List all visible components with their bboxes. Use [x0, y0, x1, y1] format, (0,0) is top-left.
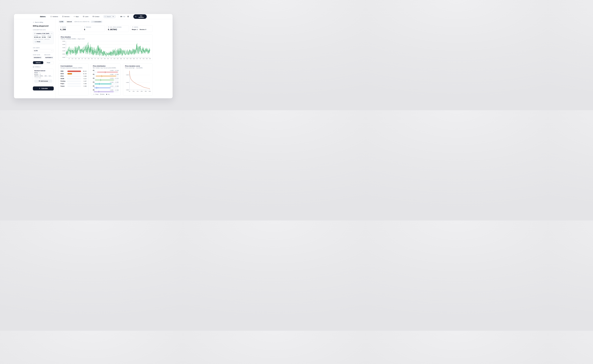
- price-timeline-chart[interactable]: 0.25000.20000.15000.10000.05000.00001/71…: [61, 40, 151, 60]
- stat-card-avg-price-kwh-: AVG. PRICE (€/KWH)0.067042: [106, 25, 129, 32]
- formula-line: DESVIOS = 0: [34, 74, 52, 75]
- mail-icon: [135, 16, 136, 17]
- consumption-chip: + consumption: [91, 21, 102, 23]
- distribution-track: [93, 79, 119, 81]
- close-icon[interactable]: [51, 33, 52, 34]
- breakdown-subtitle: Average component contribution (€/MWh): [61, 67, 87, 69]
- breakdown-row-osom: OSOM 0.22: [61, 78, 87, 80]
- edit-formula-button[interactable]: ⚙ Edit formula: [34, 80, 52, 83]
- clock-icon: [60, 26, 61, 28]
- toggle-fixed[interactable]: Fixed: [43, 61, 54, 64]
- breakdown-value: 0.00: [82, 83, 87, 84]
- distribution-row-p3: P3 0.0220 – 0.2132: [93, 78, 119, 81]
- nav-item-services[interactable]: Services: [62, 16, 71, 17]
- language-switcher: EN ES: [120, 16, 125, 17]
- next-section-card-partial: [59, 98, 153, 98]
- consumption-section-label: CONSUMPTION DATA: [33, 29, 54, 30]
- duration-title: Price duration curve: [125, 65, 151, 67]
- mode-chip: Indexed: [66, 20, 73, 23]
- distribution-rows: P1 0.0436 – 0.2528 P2 0.0301 – 0.2360 P3…: [93, 70, 119, 92]
- end-date-label: END DATE: [44, 54, 54, 55]
- zap-icon: [39, 88, 40, 89]
- date-range-text: 2024-01-01 to 2024-07-01: [74, 21, 89, 22]
- distribution-avg-dot: [97, 87, 98, 88]
- tariff-chip: 6.1TD: [59, 20, 64, 23]
- nav-item-learn[interactable]: Learn: [83, 16, 90, 17]
- back-to-billing-link[interactable]: Back to billing: [33, 22, 43, 23]
- svg-text:6/23: 6/23: [146, 58, 148, 59]
- lang-es[interactable]: ES: [123, 16, 125, 17]
- file-stat-label: Peak kW: [42, 35, 47, 36]
- nav-item-contact[interactable]: Contact: [93, 16, 99, 17]
- tariff-select[interactable]: 6.1TD: [33, 49, 54, 52]
- nav-item-apps[interactable]: Apps: [74, 16, 81, 17]
- breakdown-value: 0.22: [82, 78, 87, 79]
- end-date-input[interactable]: 01/07/2024: [44, 56, 54, 59]
- distribution-row-p6: P6 0.0091 – 0.2106: [93, 89, 119, 92]
- breakdown-value: 0.00: [82, 85, 87, 87]
- file-stat-value: 10,836: [42, 37, 47, 38]
- context-chips: 6.1TD Indexed 2024-01-01 to 2024-07-01 +…: [59, 20, 173, 23]
- svg-text:1/21: 1/21: [75, 58, 76, 59]
- distribution-subtitle: Min / median / avg / max per period (€/k…: [93, 67, 119, 69]
- svg-text:0%: 0%: [129, 91, 130, 92]
- breakdown-track: [67, 80, 81, 82]
- formula-card: Standard indexed MARGEN = 1DESVIOS = 0SU…: [33, 69, 54, 84]
- calendar-icon: [52, 57, 53, 58]
- svg-text:3/31: 3/31: [107, 58, 109, 59]
- cost-breakdown-card: Cost breakdown Average component contrib…: [59, 63, 88, 96]
- search-input[interactable]: Search ⌘K: [103, 15, 116, 18]
- breakdown-track: [67, 73, 81, 74]
- start-date-label: START DATE: [33, 54, 42, 55]
- breakdown-track: [67, 76, 81, 77]
- chevron-down-icon: [89, 16, 90, 17]
- formula-section-label: ⚙ FORMULA: [33, 66, 54, 68]
- lang-en[interactable]: EN: [120, 16, 122, 17]
- breakdown-value: 0.07: [82, 80, 87, 82]
- breakdown-bar: [67, 78, 67, 79]
- price-duration-card: Price duration curve Prices sorted high …: [123, 63, 153, 96]
- nav-divider: [118, 15, 118, 18]
- mail-icon: [135, 16, 136, 17]
- breakdown-row-pérdidas: Pérdidas 0.07: [61, 80, 87, 82]
- start-date-input[interactable]: 01/01/2024: [33, 56, 42, 59]
- check-icon: [92, 21, 93, 22]
- svg-text:4/28: 4/28: [120, 58, 122, 59]
- pricing-mode-toggle: Indexed Fixed: [33, 61, 54, 64]
- top-nav: datons SolutionsServicesAppsLearnContact…: [14, 14, 173, 19]
- zap-icon: [84, 26, 85, 28]
- get-updates-button[interactable]: Get updates: [133, 14, 147, 19]
- search-icon: [104, 16, 106, 17]
- breakdown-track: [67, 83, 81, 84]
- timeline-subtitle: PRECIO_TERMINO (€/kWh) — drag to zoom: [61, 38, 150, 39]
- svg-text:0.2000: 0.2000: [62, 44, 65, 45]
- distribution-range-text: 0.0220 – 0.2132: [110, 78, 119, 79]
- svg-text:3/24: 3/24: [104, 58, 106, 59]
- file-meta: 8,760 h · 2024-01-01 → 2024-12-30: [34, 39, 52, 40]
- stat-card-hours: HOURS4,390: [59, 25, 81, 32]
- zap-icon: [132, 26, 133, 28]
- toggle-indexed[interactable]: Indexed: [33, 61, 43, 64]
- svg-text:0.1500: 0.1500: [62, 47, 65, 48]
- duration-subtitle: Prices sorted high → low (€/kWh): [125, 67, 151, 69]
- timeline-title: Price timeline: [61, 36, 150, 38]
- file-name: ceramics_6.1td_3shifts.xlsx: [36, 33, 50, 34]
- formula-line: SUBTOTAL_COSTES = OMIE + SSAA + PPCC + O…: [34, 75, 52, 77]
- arrow-left-icon: [33, 22, 34, 23]
- distribution-avg-dot: [102, 76, 102, 77]
- brand-logo[interactable]: datons: [40, 15, 46, 18]
- nav-item-solutions[interactable]: Solutions: [50, 16, 60, 17]
- search-shortcut-badge: ⌘K: [112, 16, 115, 18]
- svg-text:4/14: 4/14: [114, 58, 115, 59]
- lightbulb-icon: [50, 16, 52, 17]
- breakdown-value: 13.44: [82, 73, 87, 74]
- distribution-avg-dot: [98, 91, 99, 92]
- calculate-button[interactable]: Calculate: [33, 86, 54, 91]
- svg-text:0.2500: 0.2500: [62, 41, 65, 42]
- briefcase-icon: [62, 16, 64, 17]
- nav-menu: SolutionsServicesAppsLearnContact: [50, 16, 99, 17]
- settings-gear-icon[interactable]: ⚙: [127, 16, 129, 18]
- breakdown-row-ppcc: PPCC 0.00: [61, 75, 87, 78]
- distribution-range-bar: [95, 79, 114, 81]
- svg-text:5/19: 5/19: [130, 58, 131, 59]
